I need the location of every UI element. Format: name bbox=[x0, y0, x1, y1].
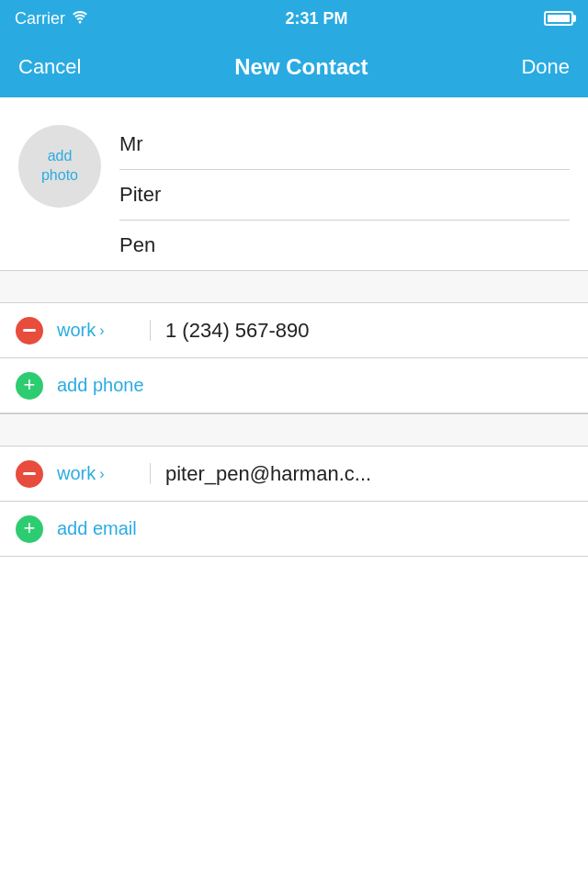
phone-entry-row: work › 1 (234) 567-890 bbox=[0, 303, 588, 358]
add-phone-row[interactable]: add phone bbox=[0, 358, 588, 413]
add-email-icon bbox=[16, 515, 43, 543]
add-email-label: add email bbox=[57, 518, 137, 539]
first-name-value[interactable]: Piter bbox=[119, 183, 161, 206]
chevron-right-icon: › bbox=[99, 322, 104, 339]
email-section: work › piter_pen@harman.c... add email bbox=[0, 447, 588, 557]
remove-phone-icon bbox=[16, 317, 43, 345]
phone-value[interactable]: 1 (234) 567-890 bbox=[151, 319, 588, 343]
section-gap-1 bbox=[0, 270, 588, 303]
add-phone-label: add phone bbox=[57, 375, 144, 396]
nav-bar: Cancel New Contact Done bbox=[0, 37, 588, 97]
last-name-field-row: Pen bbox=[119, 220, 570, 270]
add-email-row[interactable]: add email bbox=[0, 502, 588, 557]
add-photo-button[interactable]: add photo bbox=[18, 125, 101, 208]
email-label-button[interactable]: work › bbox=[50, 463, 151, 484]
chevron-right-icon-2: › bbox=[99, 466, 104, 482]
phone-label-button[interactable]: work › bbox=[50, 320, 151, 341]
status-bar: Carrier 2:31 PM bbox=[0, 0, 588, 37]
cancel-button[interactable]: Cancel bbox=[18, 51, 81, 83]
battery-indicator bbox=[544, 11, 573, 26]
add-photo-line2: photo bbox=[41, 166, 78, 186]
name-section: add photo Mr Piter Pen bbox=[0, 97, 588, 270]
phone-section: work › 1 (234) 567-890 add phone bbox=[0, 303, 588, 413]
add-phone-button[interactable] bbox=[9, 366, 50, 406]
last-name-value[interactable]: Pen bbox=[119, 233, 155, 256]
page-title: New Contact bbox=[234, 54, 368, 80]
carrier-label: Carrier bbox=[15, 9, 65, 28]
wifi-icon bbox=[71, 9, 89, 28]
add-phone-icon bbox=[16, 372, 43, 400]
email-entry-row: work › piter_pen@harman.c... bbox=[0, 447, 588, 502]
remove-phone-button[interactable] bbox=[9, 311, 50, 351]
carrier-wifi: Carrier bbox=[15, 9, 89, 28]
email-value[interactable]: piter_pen@harman.c... bbox=[151, 462, 588, 486]
prefix-field-row: Mr bbox=[119, 119, 570, 170]
remove-email-icon bbox=[16, 460, 43, 488]
name-fields: Mr Piter Pen bbox=[119, 119, 570, 270]
section-gap-2 bbox=[0, 413, 588, 447]
remove-email-button[interactable] bbox=[9, 454, 50, 494]
status-time: 2:31 PM bbox=[285, 9, 347, 28]
email-label: work bbox=[57, 463, 96, 484]
phone-label: work bbox=[57, 320, 96, 341]
add-email-button[interactable] bbox=[9, 509, 50, 549]
prefix-value[interactable]: Mr bbox=[119, 132, 143, 155]
done-button[interactable]: Done bbox=[521, 51, 570, 83]
add-photo-line1: add bbox=[48, 147, 73, 166]
first-name-field-row: Piter bbox=[119, 170, 570, 220]
